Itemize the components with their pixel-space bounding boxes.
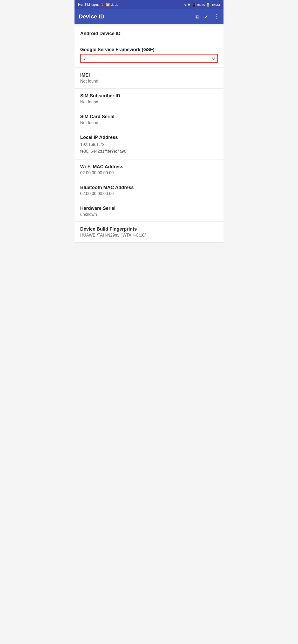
app-bar: Device ID ⧉ ↙ ⋮ (74, 9, 223, 24)
gsf-value-inner: 3 0 (83, 56, 215, 61)
imei-value: Not found (80, 79, 218, 84)
sim-icon: 📵 (101, 3, 105, 6)
imei-card: IMEI Not found (74, 68, 223, 89)
device-build-fingerprints-card: Device Build Fingerprints HUAWEI/TAH-N29… (74, 222, 223, 243)
sim-subscriber-id-card: SIM Subscriber ID Not found (74, 89, 223, 109)
content: Android Device ID Google Service Framewo… (74, 26, 223, 243)
device-build-fingerprints-value: HUAWEI/TAH-N29m/HWTAH-C:10/ (80, 233, 218, 238)
share-button[interactable]: ↙ (204, 14, 208, 19)
hardware-serial-value: unknown (80, 212, 218, 217)
status-bar-right: N ✱ 📳 96 % 🔋 15:33 (184, 3, 220, 7)
sim-card-serial-label: SIM Card Serial (80, 114, 218, 119)
wifi-icon: 📶 (106, 3, 110, 6)
time-text: 15:33 (211, 3, 220, 7)
sim-card-serial-value: Not found (80, 120, 218, 125)
battery-text: 96 % (197, 3, 205, 7)
gsf-value-end: 0 (212, 56, 215, 61)
local-ip-address-value: 192.168.1.72fe80::6442:f1ff:fe9e:7a90 (80, 141, 218, 155)
android-device-id-card: Android Device ID (74, 26, 223, 42)
hardware-serial-label: Hardware Serial (80, 206, 218, 211)
gsf-card: Google Service Framework (GSF) 3 0 (74, 42, 223, 68)
sim-subscriber-id-label: SIM Subscriber ID (80, 93, 218, 99)
device-build-fingerprints-label: Device Build Fingerprints (80, 226, 218, 232)
app-bar-actions: ⧉ ↙ ⋮ (195, 13, 219, 20)
nfc-icon: N (184, 3, 186, 7)
wifi-mac-address-card: Wi-Fi MAC Address 02:00:00:00:00:00 (74, 159, 223, 180)
status-bar-left: Нет SIM-карты 📵 📶 ⚠ ⚠ (78, 3, 118, 6)
vibrate-icon: 📳 (192, 3, 196, 7)
copy-button[interactable]: ⧉ (195, 14, 199, 20)
gsf-value-box: 3 0 (80, 54, 218, 63)
imei-label: IMEI (80, 72, 218, 78)
bluetooth-mac-address-value: 02:00:00:00:00:00 (80, 191, 218, 196)
sim-subscriber-id-value: Not found (80, 100, 218, 104)
sim-card-serial-card: SIM Card Serial Not found (74, 109, 223, 130)
android-device-id-label: Android Device ID (80, 31, 218, 36)
status-bar: Нет SIM-карты 📵 📶 ⚠ ⚠ N ✱ 📳 96 % 🔋 15:33 (74, 0, 223, 9)
app-bar-title: Device ID (79, 13, 104, 20)
wifi-mac-address-label: Wi-Fi MAC Address (80, 164, 218, 170)
overflow-menu-button[interactable]: ⋮ (213, 13, 219, 20)
no-sim-text: Нет SIM-карты (78, 3, 99, 6)
local-ip-address-card: Local IP Address 192.168.1.72fe80::6442:… (74, 130, 223, 159)
warning-icon-2: ⚠ (115, 3, 118, 6)
wifi-mac-address-value: 02:00:00:00:00:00 (80, 171, 218, 175)
battery-icon: 🔋 (206, 3, 210, 7)
gsf-value-start: 3 (83, 56, 86, 61)
bluetooth-mac-address-card: Bluetooth MAC Address 02:00:00:00:00:00 (74, 180, 223, 201)
hardware-serial-card: Hardware Serial unknown (74, 201, 223, 222)
warning-icon-1: ⚠ (111, 3, 114, 6)
local-ip-address-label: Local IP Address (80, 135, 218, 140)
gsf-label: Google Service Framework (GSF) (80, 47, 218, 52)
bluetooth-mac-address-label: Bluetooth MAC Address (80, 185, 218, 190)
bluetooth-icon: ✱ (187, 3, 190, 7)
